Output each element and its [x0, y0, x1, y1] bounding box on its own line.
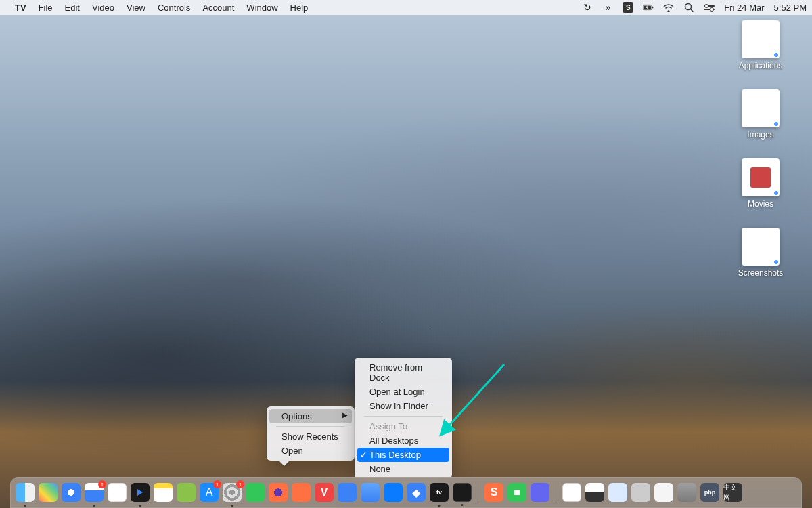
- dock-icon-facetime[interactable]: ■: [508, 483, 526, 502]
- spotlight-search-icon[interactable]: [683, 2, 694, 13]
- watermark-php: php: [700, 483, 719, 502]
- watermark-cn: 中文网: [723, 483, 742, 502]
- badge-icon: 1: [236, 480, 244, 488]
- menubar-window[interactable]: Window: [246, 3, 277, 13]
- dock-icon-terminal[interactable]: [453, 483, 472, 502]
- menu-item-options[interactable]: Options ▶: [269, 409, 352, 423]
- dock-icon-media[interactable]: [131, 483, 150, 502]
- menu-item-remove-from-dock[interactable]: Remove from Dock: [357, 360, 449, 385]
- menu-item-show-in-finder[interactable]: Show in Finder: [357, 399, 449, 413]
- menubar-edit[interactable]: Edit: [65, 3, 80, 13]
- dock-separator: [478, 482, 478, 503]
- dock-icon-mail[interactable]: 1: [85, 483, 104, 502]
- badge-icon: 1: [98, 480, 106, 488]
- menu-item-label: Remove from Dock: [369, 362, 422, 383]
- menubar-app-name[interactable]: TV: [15, 3, 26, 13]
- dock-icon-shield[interactable]: ◆: [407, 483, 426, 502]
- menubar: TV File Edit Video View Controls Account…: [0, 0, 812, 15]
- menu-item-show-recents[interactable]: Show Recents: [269, 429, 352, 444]
- menu-item-label: This Desktop: [369, 450, 421, 460]
- menubar-controls[interactable]: Controls: [158, 3, 190, 13]
- menu-item-label: None: [369, 464, 390, 474]
- menu-item-label: Show Recents: [281, 431, 338, 442]
- menu-item-label: Options: [281, 411, 312, 421]
- menu-separator: [276, 426, 345, 427]
- badge-icon: 1: [213, 480, 221, 488]
- dock-icon-launchpad[interactable]: [39, 483, 58, 502]
- menu-item-label: All Desktops: [369, 436, 418, 446]
- menubar-file[interactable]: File: [39, 3, 53, 13]
- dock-icon-telegram[interactable]: [361, 483, 380, 502]
- menubar-video[interactable]: Video: [92, 3, 114, 13]
- dock-context-menu: Options ▶ Show Recents Open: [267, 406, 355, 461]
- dock: 1 A1 1 V ◆ tv S ■ php 中文网: [10, 477, 802, 508]
- dock-icon-firefox[interactable]: [269, 483, 288, 502]
- dock-minimized-window[interactable]: [654, 483, 673, 502]
- menu-section-label: Assign To: [369, 421, 407, 431]
- dock-minimized-window[interactable]: [608, 483, 627, 502]
- desktop-icon-movies[interactable]: Movies: [727, 158, 794, 209]
- menu-item-open-at-login[interactable]: Open at Login: [357, 385, 449, 399]
- dock-icon-duckduckgo[interactable]: [292, 483, 311, 502]
- menu-item-all-desktops[interactable]: All Desktops: [357, 433, 449, 448]
- desktop-icon-applications[interactable]: Applications: [727, 20, 794, 70]
- app-status-icon[interactable]: S: [623, 2, 633, 13]
- fastforward-icon[interactable]: »: [602, 2, 613, 13]
- svg-point-8: [710, 8, 714, 12]
- battery-icon[interactable]: [643, 2, 654, 13]
- svg-line-4: [691, 9, 694, 12]
- menubar-view[interactable]: View: [127, 3, 145, 13]
- menu-item-open[interactable]: Open: [269, 444, 352, 458]
- menubar-time[interactable]: 5:52 PM: [774, 3, 807, 13]
- dock-icon-finder[interactable]: [16, 483, 35, 502]
- menu-item-this-desktop[interactable]: ✓ This Desktop: [357, 448, 449, 462]
- dock-icon-document[interactable]: [562, 483, 581, 502]
- dock-icon-archive[interactable]: [177, 483, 196, 502]
- dock-icon-trash[interactable]: [677, 483, 696, 502]
- menu-item-label: Open: [281, 446, 303, 456]
- dock-icon-settings[interactable]: 1: [223, 483, 242, 502]
- dock-icon-tools[interactable]: [338, 483, 357, 502]
- desktop-icon-label: Screenshots: [738, 268, 784, 278]
- desktop-icon-label: Applications: [739, 61, 783, 70]
- menu-item-none[interactable]: None: [357, 462, 449, 476]
- dock-icon-safari[interactable]: [62, 483, 81, 502]
- svg-point-6: [705, 5, 708, 8]
- menu-separator: [364, 416, 443, 417]
- desktop-icon-label: Movies: [748, 199, 773, 209]
- desktop-icon-label: Images: [747, 130, 773, 140]
- desktop-icon-images[interactable]: Images: [727, 89, 794, 140]
- menubar-account[interactable]: Account: [202, 3, 234, 13]
- menubar-date[interactable]: Fri 24 Mar: [724, 3, 764, 13]
- dock-icon-appstore[interactable]: A1: [200, 483, 219, 502]
- menubar-help[interactable]: Help: [290, 3, 309, 13]
- dock-icon-outlook[interactable]: [384, 483, 403, 502]
- chevron-right-icon: ▶: [342, 411, 348, 419]
- menu-item-label: Open at Login: [369, 387, 425, 397]
- dock-icon-vivaldi[interactable]: V: [315, 483, 334, 502]
- folder-thumb-icon: [742, 228, 780, 266]
- dock-icon-reminders[interactable]: [108, 483, 127, 502]
- dock-icon-messages[interactable]: [246, 483, 265, 502]
- dock-separator: [556, 482, 556, 503]
- svg-rect-2: [652, 7, 653, 9]
- menu-tail-icon: [279, 461, 290, 466]
- checkmark-icon: ✓: [360, 450, 367, 460]
- menu-section-assign-to: Assign To: [357, 419, 449, 433]
- folder-thumb-icon: [742, 20, 780, 58]
- dock-icon-notes[interactable]: [154, 483, 173, 502]
- control-center-icon[interactable]: [704, 2, 715, 13]
- dock-icon-smart[interactable]: S: [484, 483, 503, 502]
- folder-thumb-icon: [742, 158, 780, 196]
- dock-icon-shield2[interactable]: [531, 483, 549, 502]
- apple-tv-label: tv: [436, 489, 442, 496]
- wifi-icon[interactable]: [663, 2, 674, 13]
- dock-minimized-window[interactable]: [631, 483, 650, 502]
- options-submenu: Remove from Dock Open at Login Show in F…: [355, 358, 452, 479]
- menu-item-label: Show in Finder: [369, 401, 428, 411]
- desktop-icon-screenshots[interactable]: Screenshots: [727, 228, 794, 278]
- timemachine-icon[interactable]: ↻: [582, 2, 593, 13]
- folder-thumb-icon: [742, 89, 780, 127]
- dock-icon-card[interactable]: [585, 483, 604, 502]
- dock-icon-apple-tv[interactable]: tv: [430, 483, 449, 502]
